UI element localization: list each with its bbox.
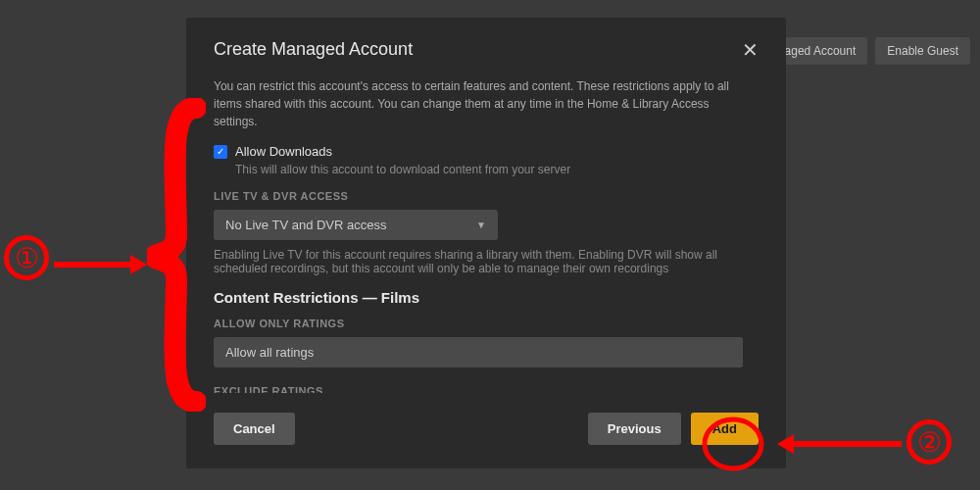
modal-footer: Cancel Previous Add [186,393,786,468]
annotation-number-1: ① [4,235,49,280]
enable-guest-button[interactable]: Enable Guest [875,37,970,65]
allow-downloads-checkbox[interactable]: ✓ [214,145,227,159]
content-restrictions-heading: Content Restrictions — Films [214,289,743,306]
previous-button[interactable]: Previous [588,413,681,445]
annotation-arrow-2 [774,432,902,460]
allow-ratings-dropdown[interactable]: Allow all ratings [214,337,743,368]
exclude-ratings-label: EXCLUDE RATINGS [214,385,743,393]
add-button[interactable]: Add [691,413,759,445]
chevron-down-icon: ▼ [476,220,486,230]
cancel-button[interactable]: Cancel [214,413,295,445]
allow-ratings-value: Allow all ratings [225,345,314,360]
modal-body: You can restrict this account's access t… [186,77,786,393]
allow-downloads-help: This will allow this account to download… [235,163,743,176]
allow-downloads-row[interactable]: ✓ Allow Downloads [214,144,743,159]
intro-text: You can restrict this account's access t… [214,77,743,130]
live-tv-section-label: LIVE TV & DVR ACCESS [214,190,743,202]
allow-downloads-label: Allow Downloads [235,144,332,159]
live-tv-help: Enabling Live TV for this account requir… [214,248,743,275]
close-icon[interactable]: ✕ [742,40,759,60]
modal-header: Create Managed Account ✕ [186,18,786,77]
background-header-buttons: Managed Account Enable Guest [761,37,970,65]
allow-ratings-label: ALLOW ONLY RATINGS [214,318,743,329]
annotation-number-2: ② [906,419,952,465]
live-tv-dropdown-value: No Live TV and DVR access [225,218,387,232]
create-managed-account-modal: Create Managed Account ✕ You can restric… [186,18,786,468]
modal-title: Create Managed Account [214,39,413,60]
modal-scroll-area[interactable]: You can restrict this account's access t… [214,77,759,393]
live-tv-dropdown[interactable]: No Live TV and DVR access ▼ [214,210,498,240]
annotation-arrow-1 [54,253,142,276]
svg-marker-1 [130,255,147,274]
